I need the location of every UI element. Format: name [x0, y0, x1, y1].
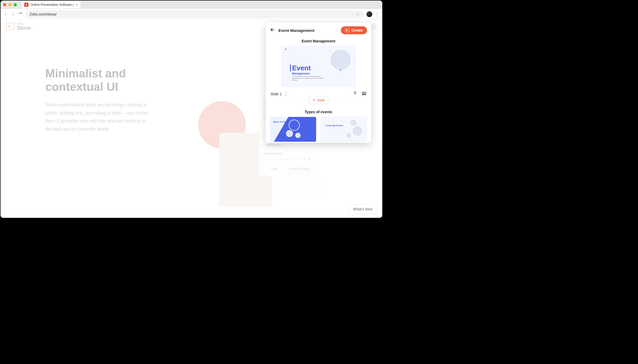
- template-preview-panel: Event Management Create Event Management…: [266, 23, 371, 143]
- back-button[interactable]: [3, 12, 8, 17]
- decorative-dot-grid: [275, 181, 321, 194]
- profile-avatar-icon[interactable]: [366, 11, 372, 17]
- close-window-icon[interactable]: [3, 3, 6, 6]
- favicon-icon: Z: [24, 3, 28, 7]
- url-input[interactable]: Zoho.com/show/ ☆: [25, 10, 364, 18]
- url-text: Zoho.com/show/: [30, 12, 57, 16]
- chevron-right-icon: ▸: [263, 136, 264, 138]
- transparency-unit: %: [307, 158, 310, 161]
- section-title: Event Management: [270, 39, 367, 43]
- plus-icon: ＋: [312, 98, 316, 102]
- slide-icon: [345, 28, 349, 32]
- decorative-dot: [285, 49, 286, 50]
- browser-tab[interactable]: Z Online Presentation Software | ×: [22, 1, 80, 8]
- whats-new-label: What's New: [353, 207, 373, 211]
- reload-button[interactable]: [18, 12, 23, 17]
- brand[interactable]: Zoho Show: [6, 22, 31, 31]
- brand-big: Show: [17, 25, 31, 31]
- slide-title: Event: [290, 65, 311, 71]
- slide-description: We orchestrate moments that transcend ex…: [292, 76, 326, 81]
- slide-thumbnails: Types of events Corporate Events: [270, 117, 367, 142]
- brand-small: Zoho: [17, 22, 31, 25]
- hero-body: Show understands what you're doing—addin…: [45, 101, 151, 133]
- slide-thumbnail[interactable]: Corporate Events: [321, 117, 367, 142]
- thumbnail-image-icon: [346, 132, 352, 139]
- page-content: Zoho Show Features▾ Templates Minimalist…: [1, 19, 382, 218]
- minimize-window-icon[interactable]: [8, 3, 12, 6]
- window-controls: [3, 3, 17, 6]
- forward-button[interactable]: [11, 12, 15, 17]
- create-button[interactable]: Create: [341, 26, 367, 34]
- thumbnail-image-icon: [352, 125, 363, 136]
- decorative-dot: [340, 69, 341, 71]
- create-button-label: Create: [351, 28, 363, 32]
- thumbnail-title: Types of events: [273, 121, 289, 123]
- text-tool-icon[interactable]: [353, 91, 357, 97]
- transparency-label: Transparency: [263, 152, 310, 155]
- section-title: Types of events: [270, 110, 367, 114]
- slide-image-placeholder: [330, 49, 352, 71]
- whats-new-button[interactable]: What's New: [349, 205, 377, 214]
- slide-thumbnail[interactable]: Types of events: [270, 117, 316, 142]
- brand-logo-icon: [6, 23, 14, 30]
- back-button[interactable]: [270, 27, 275, 34]
- add-slide-button[interactable]: ＋ Slide: [309, 96, 328, 104]
- crop-shape-button[interactable]: Crop to Shape: [288, 165, 310, 172]
- crop-button[interactable]: Crop: [263, 165, 286, 172]
- thumbnail-title: Corporate Events: [326, 124, 343, 127]
- tab-title: Online Presentation Software |: [31, 3, 74, 7]
- svg-point-1: [363, 93, 364, 93]
- browser-tabbar: Z Online Presentation Software | ×: [1, 1, 382, 9]
- bookmark-icon[interactable]: ☆: [356, 12, 360, 17]
- image-tool-icon[interactable]: [362, 91, 366, 97]
- add-slide-label: Slide: [317, 98, 325, 102]
- browser-menu-icon[interactable]: ⋮: [375, 11, 380, 17]
- browser-toolbar: Zoho.com/show/ ☆ ⋮: [1, 9, 382, 19]
- panel-title: Event Management: [278, 28, 338, 33]
- transparency-value: 0: [304, 158, 306, 161]
- tab-close-icon[interactable]: ×: [76, 3, 78, 7]
- transparency-slider[interactable]: 0 %: [263, 158, 310, 161]
- thumbnail-image-icon: [286, 130, 293, 137]
- chevron-right-icon: ▸: [263, 127, 264, 130]
- panel-header: Event Management Create: [266, 23, 371, 38]
- slide-menu-icon[interactable]: ⋮: [284, 92, 288, 97]
- thumbnail-image-icon: [295, 133, 301, 138]
- slide-preview-main[interactable]: Event Management We orchestrate moments …: [281, 46, 356, 87]
- maximize-window-icon[interactable]: [14, 3, 17, 6]
- slide-label: Slide 1: [270, 92, 282, 96]
- slide-subtitle: Management: [292, 72, 310, 75]
- chevron-right-icon: ▸: [263, 144, 264, 146]
- option-reflection[interactable]: ▸Reflection: [263, 143, 310, 147]
- brand-text: Zoho Show: [17, 22, 31, 31]
- thumbnail-image-icon: [289, 120, 300, 131]
